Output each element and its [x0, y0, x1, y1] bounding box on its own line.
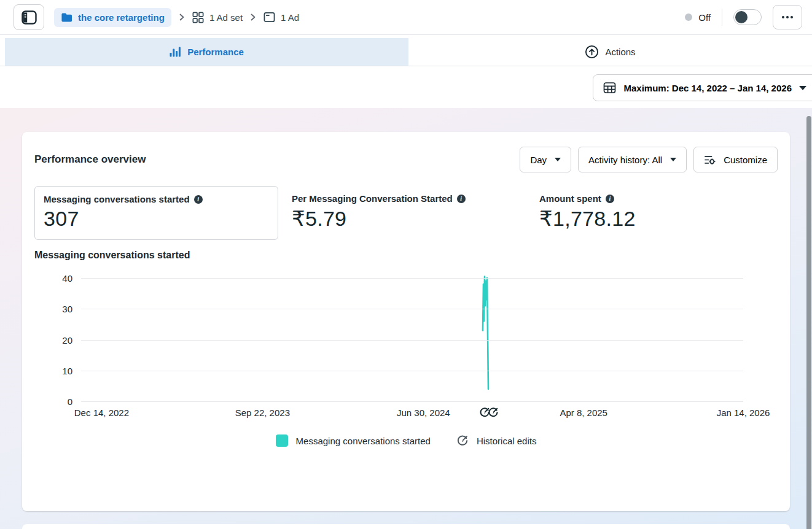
y-tick-label: 0: [68, 396, 72, 407]
tab-performance[interactable]: Performance: [5, 38, 408, 66]
x-tick-label: Dec 14, 2022: [74, 407, 129, 418]
promote-arrow-icon: [585, 45, 599, 59]
date-range-label: Maximum: Dec 14, 2022 – Jan 14, 2026: [623, 83, 792, 93]
legend-item-conversations: Messaging conversations started: [276, 434, 431, 447]
topbar-right-cluster: Off: [685, 5, 802, 29]
page-title: Performance overview: [34, 153, 146, 166]
caret-down-icon: [670, 158, 676, 161]
y-axis-labels: 403020100: [34, 278, 72, 401]
vertical-divider: [722, 9, 722, 26]
metric-per-conversation[interactable]: Per Messaging Conversation Started i ₹5.…: [292, 186, 539, 231]
gridline: [81, 371, 743, 371]
conversations-line: [483, 277, 488, 389]
card-header: Performance overview Day Activity histor…: [34, 132, 778, 172]
tab-actions[interactable]: Actions: [408, 38, 812, 66]
y-tick-label: 30: [62, 304, 72, 314]
metric-value: ₹1,778.12: [539, 206, 636, 231]
metric-label: Per Messaging Conversation Started: [292, 193, 453, 204]
y-tick-label: 10: [62, 365, 72, 376]
info-icon[interactable]: i: [457, 195, 466, 203]
scrollbar-thumb[interactable]: [806, 116, 811, 529]
metric-label: Amount spent: [539, 193, 601, 204]
gridline: [81, 401, 743, 402]
chart-legend: Messaging conversations started Historic…: [34, 434, 778, 447]
breadcrumb-ad[interactable]: 1 Ad: [264, 12, 299, 23]
chart-plot: [81, 278, 743, 401]
folder-icon: [61, 12, 72, 23]
customize-settings-icon: [704, 154, 716, 166]
interval-dropdown-label: Day: [530, 155, 547, 165]
legend-swatch-teal: [276, 434, 288, 447]
ad-frame-icon: [264, 12, 275, 23]
historical-edit-pencil-icon: [456, 434, 469, 447]
legend-label: Historical edits: [477, 436, 537, 446]
status-off-dot-icon: [685, 14, 692, 21]
top-bar: the core retargeting 1 Ad set 1 Ad O: [0, 0, 812, 35]
legend-label: Messaging conversations started: [296, 436, 431, 446]
x-tick-label: Apr 8, 2025: [560, 407, 607, 418]
gridline: [81, 278, 743, 279]
chevron-right-icon: [178, 13, 186, 21]
metric-messaging-conversations[interactable]: Messaging conversations started i 307: [34, 186, 278, 240]
breadcrumb-campaign-label: the core retargeting: [78, 12, 165, 23]
x-tick-label: Jan 14, 2026: [717, 407, 770, 418]
tab-performance-label: Performance: [187, 47, 244, 57]
ellipsis-icon: [781, 15, 794, 19]
sidebar-panel-icon: [21, 10, 37, 25]
metric-value: 307: [44, 207, 269, 231]
metric-label: Messaging conversations started: [44, 194, 190, 204]
overview-controls: Day Activity history: All Cus: [520, 147, 778, 172]
y-tick-label: 40: [62, 273, 72, 284]
tab-actions-label: Actions: [605, 47, 635, 57]
gridline: [81, 309, 743, 309]
breadcrumb-adset-label: 1 Ad set: [209, 12, 243, 23]
filter-band: Maximum: Dec 14, 2022 – Jan 14, 2026: [0, 66, 812, 108]
x-axis-labels: Dec 14, 2022Sep 22, 2023Jun 30, 2024Apr …: [81, 407, 743, 422]
x-tick-label: Jun 30, 2024: [397, 407, 450, 418]
y-tick-label: 20: [62, 334, 72, 345]
legend-item-historical-edits: Historical edits: [456, 434, 537, 447]
breadcrumb-campaign[interactable]: the core retargeting: [54, 8, 171, 27]
performance-overview-card: Performance overview Day Activity histor…: [22, 132, 790, 511]
ad-active-toggle[interactable]: [733, 9, 762, 25]
customize-label: Customize: [724, 155, 767, 165]
activity-history-label: Activity history: All: [588, 155, 662, 165]
metric-amount-spent[interactable]: Amount spent i ₹1,778.12: [539, 186, 636, 231]
more-options-button[interactable]: [773, 5, 802, 29]
toggle-knob: [735, 11, 748, 23]
x-tick-label: Sep 22, 2023: [235, 407, 290, 418]
collapse-sidebar-button[interactable]: [14, 4, 44, 30]
adset-grid-icon: [192, 12, 204, 23]
caret-down-icon: [799, 86, 806, 90]
chevron-right-icon: [249, 13, 257, 21]
view-tabs: Performance Actions: [0, 35, 812, 66]
breadcrumb-ad-label: 1 Ad: [281, 12, 299, 23]
chart-area: 403020100: [34, 278, 778, 401]
date-range-button[interactable]: Maximum: Dec 14, 2022 – Jan 14, 2026: [593, 74, 812, 101]
info-icon[interactable]: i: [606, 195, 614, 203]
interval-dropdown[interactable]: Day: [520, 147, 571, 172]
chart-title: Messaging conversations started: [34, 250, 778, 261]
metrics-row: Messaging conversations started i 307 Pe…: [34, 186, 778, 240]
activity-history-dropdown[interactable]: Activity history: All: [578, 147, 687, 172]
info-icon[interactable]: i: [194, 195, 203, 204]
bar-chart-icon: [170, 47, 181, 57]
main-content: Performance overview Day Activity histor…: [0, 108, 812, 529]
scrollbar: [806, 108, 812, 529]
status-label: Off: [698, 12, 711, 23]
gridline: [81, 340, 743, 341]
metric-value: ₹5.79: [292, 206, 539, 231]
calendar-table-icon: [603, 82, 616, 94]
breadcrumb-adset[interactable]: 1 Ad set: [192, 12, 243, 23]
caret-down-icon: [555, 158, 561, 161]
next-card-sliver: [22, 524, 790, 529]
customize-button[interactable]: Customize: [693, 147, 778, 172]
